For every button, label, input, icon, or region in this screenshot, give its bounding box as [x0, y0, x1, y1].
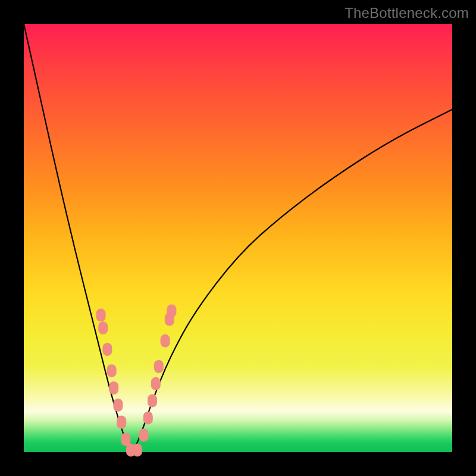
curve-marker	[96, 309, 106, 322]
bottleneck-curve	[24, 24, 452, 451]
chart-frame: TheBottleneck.com	[0, 0, 476, 476]
curve-marker	[154, 360, 164, 373]
plot-area	[24, 24, 452, 452]
curve-marker	[161, 334, 170, 347]
curve-marker	[113, 399, 123, 412]
curve-marker	[98, 321, 108, 334]
curve-marker	[167, 304, 176, 317]
curve-marker	[148, 394, 157, 408]
curve-marker	[139, 428, 149, 441]
curve-marker	[117, 416, 126, 429]
curve-marker	[133, 443, 142, 456]
curve-marker	[107, 364, 117, 377]
chart-svg	[24, 24, 452, 452]
watermark-text: TheBottleneck.com	[345, 5, 469, 21]
curve-marker	[143, 411, 153, 424]
curve-marker	[102, 343, 112, 356]
curve-marker	[151, 377, 161, 390]
curve-marker	[109, 381, 118, 394]
